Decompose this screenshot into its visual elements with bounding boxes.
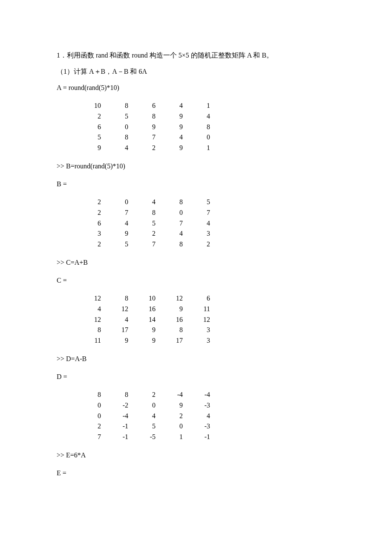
matrix-row: 12810126 <box>76 293 337 304</box>
matrix-row: 64574 <box>76 218 337 229</box>
matrix-cell: 6 <box>185 293 213 304</box>
matrix-cell: -3 <box>185 400 213 411</box>
matrix-cell: 6 <box>76 218 104 229</box>
matrix-cell: 4 <box>104 315 131 325</box>
matrix-cell: 12 <box>76 293 104 304</box>
matrix-cell: 0 <box>104 197 131 208</box>
matrix-cell: 14 <box>131 315 158 325</box>
matrix-cell: 0 <box>104 122 131 133</box>
matrix-cell: 8 <box>185 122 213 133</box>
matrix-cell: 4 <box>185 218 213 229</box>
matrix-cell: 1 <box>185 101 213 111</box>
matrix-cell: 12 <box>158 293 185 304</box>
matrix-cell: 7 <box>185 208 213 218</box>
command-c: >> C=A+B <box>57 257 337 268</box>
matrix-cell: 4 <box>158 228 185 239</box>
command-b: >> B=round(rand(5)*10) <box>57 161 337 171</box>
matrix-cell: 3 <box>185 335 213 346</box>
matrix-row: 27807 <box>76 208 337 218</box>
matrix-cell: 9 <box>131 325 158 335</box>
matrix-cell: 7 <box>131 132 158 143</box>
matrix-cell: 1 <box>185 143 213 153</box>
matrix-cell: 9 <box>131 335 158 346</box>
matrix-cell: 4 <box>185 411 213 422</box>
matrix-cell: 9 <box>158 143 185 153</box>
matrix-cell: 4 <box>76 304 104 315</box>
matrix-row: 25894 <box>76 111 337 122</box>
matrix-row: 7-1-51-1 <box>76 432 337 442</box>
matrix-cell: 16 <box>131 304 158 315</box>
matrix-cell: 0 <box>131 400 158 411</box>
command-e: >> E=6*A <box>57 450 337 460</box>
matrix-cell: -3 <box>185 421 213 432</box>
matrix-cell: -4 <box>104 411 131 422</box>
matrix-cell: -1 <box>104 432 131 442</box>
matrix-cell: 8 <box>131 111 158 122</box>
matrix-row: 58740 <box>76 132 337 143</box>
matrix-row: 0-209-3 <box>76 400 337 411</box>
matrix-cell: 3 <box>185 325 213 335</box>
matrix-row: 94291 <box>76 143 337 153</box>
matrix-row: 124141612 <box>76 315 337 325</box>
matrix-cell: 0 <box>185 132 213 143</box>
matrix-row: 60998 <box>76 122 337 133</box>
matrix-cell: 5 <box>185 197 213 208</box>
matrix-cell: 10 <box>131 293 158 304</box>
label-d: D = <box>57 372 337 382</box>
question-1: 1．利用函数 rand 和函数 round 构造一个 5×5 的随机正整数矩阵 … <box>57 50 337 61</box>
matrix-cell: -4 <box>185 390 213 400</box>
matrix-cell: 8 <box>104 132 131 143</box>
matrix-cell: 4 <box>131 411 158 422</box>
matrix-cell: 8 <box>158 325 185 335</box>
matrix-row: 39243 <box>76 228 337 239</box>
matrix-cell: 8 <box>76 325 104 335</box>
matrix-cell: 8 <box>158 239 185 250</box>
matrix-cell: 8 <box>104 390 131 400</box>
matrix-row: 25782 <box>76 239 337 250</box>
matrix-cell: 5 <box>131 421 158 432</box>
matrix-cell: 8 <box>158 197 185 208</box>
matrix-cell: 5 <box>76 132 104 143</box>
matrix-cell: -2 <box>104 400 131 411</box>
matrix-cell: 3 <box>185 228 213 239</box>
matrix-cell: 9 <box>104 228 131 239</box>
matrix-cell: -1 <box>104 421 131 432</box>
matrix-cell: 4 <box>158 132 185 143</box>
matrix-row: 108641 <box>76 101 337 111</box>
label-e: E = <box>57 468 337 478</box>
matrix-cell: 11 <box>76 335 104 346</box>
command-a: A = round(rand(5)*10) <box>57 83 337 93</box>
matrix-row: 20485 <box>76 197 337 208</box>
matrix-cell: 2 <box>76 239 104 250</box>
matrix-cell: 17 <box>104 325 131 335</box>
matrix-cell: 2 <box>76 111 104 122</box>
matrix-cell: 9 <box>131 122 158 133</box>
matrix-row: 41216911 <box>76 304 337 315</box>
matrix-cell: 8 <box>104 293 131 304</box>
matrix-cell: 2 <box>158 411 185 422</box>
matrix-cell: 0 <box>76 411 104 422</box>
matrix-cell: 5 <box>131 218 158 229</box>
matrix-cell: 2 <box>76 197 104 208</box>
matrix-a: 10864125894609985874094291 <box>76 101 337 153</box>
matrix-cell: 2 <box>131 228 158 239</box>
matrix-cell: 0 <box>76 400 104 411</box>
matrix-cell: 12 <box>76 315 104 325</box>
matrix-cell: 4 <box>104 218 131 229</box>
matrix-cell: 0 <box>158 208 185 218</box>
question-1-1: （1）计算 A＋B，A－B 和 6A <box>57 66 337 77</box>
matrix-cell: 9 <box>158 304 185 315</box>
matrix-cell: 2 <box>131 390 158 400</box>
matrix-row: 1199173 <box>76 335 337 346</box>
matrix-cell: 8 <box>104 101 131 111</box>
matrix-cell: 6 <box>76 122 104 133</box>
matrix-cell: 4 <box>131 197 158 208</box>
matrix-cell: 11 <box>185 304 213 315</box>
matrix-cell: 8 <box>131 208 158 218</box>
matrix-cell: 2 <box>76 208 104 218</box>
matrix-b: 2048527807645743924325782 <box>76 197 337 250</box>
matrix-cell: 6 <box>131 101 158 111</box>
matrix-cell: 4 <box>185 111 213 122</box>
command-d: >> D=A-B <box>57 354 337 364</box>
matrix-cell: 9 <box>158 111 185 122</box>
